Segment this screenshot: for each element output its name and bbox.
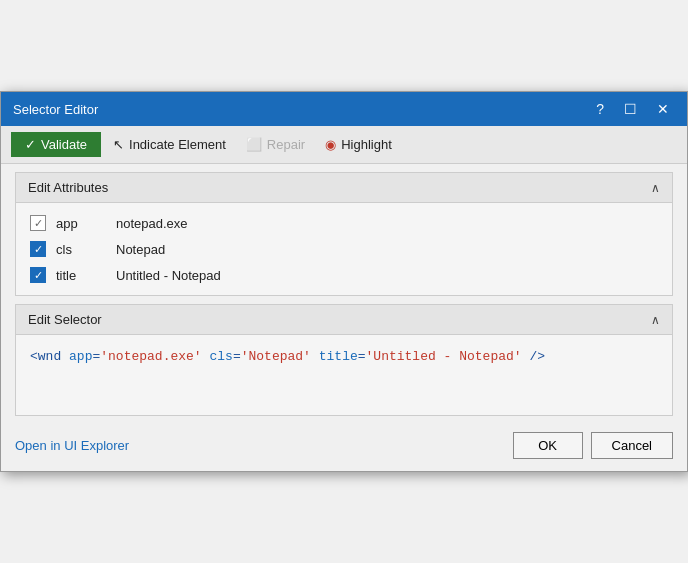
selector-editor-dialog: Selector Editor ? ☐ ✕ ✓ Validate ↖ Indic…: [0, 91, 688, 472]
attr-title-name: title: [56, 268, 106, 283]
dialog-title: Selector Editor: [13, 102, 98, 117]
collapse-selector-icon[interactable]: ∧: [651, 313, 660, 327]
attr-app-checkbox[interactable]: ✓: [30, 215, 46, 231]
title-bar-controls: ? ☐ ✕: [590, 100, 675, 118]
footer-buttons: OK Cancel: [513, 432, 673, 459]
help-button[interactable]: ?: [590, 100, 610, 118]
maximize-button[interactable]: ☐: [618, 100, 643, 118]
indicate-label: Indicate Element: [129, 137, 226, 152]
edit-selector-title: Edit Selector: [28, 312, 102, 327]
edit-attributes-header: Edit Attributes ∧: [16, 173, 672, 203]
checkmark-light-icon: ✓: [34, 218, 43, 229]
highlight-button[interactable]: ◉ Highlight: [317, 133, 400, 156]
attributes-table: ✓ app notepad.exe ✓ cls Notepad ✓: [16, 203, 672, 295]
selector-code-display[interactable]: <wnd app='notepad.exe' cls='Notepad' tit…: [30, 349, 658, 364]
attr-title-checkbox[interactable]: ✓: [30, 267, 46, 283]
checkmark-dark-icon2: ✓: [34, 270, 43, 281]
selector-content-area: <wnd app='notepad.exe' cls='Notepad' tit…: [16, 335, 672, 415]
attr-title-value: Untitled - Notepad: [116, 268, 221, 283]
table-row: ✓ app notepad.exe: [30, 213, 658, 233]
checkmark-dark-icon: ✓: [34, 244, 43, 255]
edit-selector-header: Edit Selector ∧: [16, 305, 672, 335]
highlight-label: Highlight: [341, 137, 392, 152]
repair-icon: ⬜: [246, 137, 262, 152]
edit-attributes-section: Edit Attributes ∧ ✓ app notepad.exe ✓: [15, 172, 673, 296]
attr-cls-checkbox[interactable]: ✓: [30, 241, 46, 257]
edit-attributes-title: Edit Attributes: [28, 180, 108, 195]
attr-cls-value: Notepad: [116, 242, 165, 257]
repair-label: Repair: [267, 137, 305, 152]
validate-button[interactable]: ✓ Validate: [11, 132, 101, 157]
table-row: ✓ title Untitled - Notepad: [30, 265, 658, 285]
ok-button[interactable]: OK: [513, 432, 583, 459]
open-ui-explorer-link[interactable]: Open in UI Explorer: [15, 438, 129, 453]
attr-app-name: app: [56, 216, 106, 231]
attr-cls-name: cls: [56, 242, 106, 257]
close-button[interactable]: ✕: [651, 100, 675, 118]
indicate-element-button[interactable]: ↖ Indicate Element: [105, 133, 234, 156]
checkmark-icon: ✓: [25, 137, 36, 152]
repair-button[interactable]: ⬜ Repair: [238, 133, 313, 156]
toolbar: ✓ Validate ↖ Indicate Element ⬜ Repair ◉…: [1, 126, 687, 164]
validate-label: Validate: [41, 137, 87, 152]
collapse-attributes-icon[interactable]: ∧: [651, 181, 660, 195]
cursor-icon: ↖: [113, 137, 124, 152]
title-bar: Selector Editor ? ☐ ✕: [1, 92, 687, 126]
edit-selector-section: Edit Selector ∧ <wnd app='notepad.exe' c…: [15, 304, 673, 416]
table-row: ✓ cls Notepad: [30, 239, 658, 259]
attr-app-value: notepad.exe: [116, 216, 188, 231]
content-area: Edit Attributes ∧ ✓ app notepad.exe ✓: [1, 164, 687, 424]
cancel-button[interactable]: Cancel: [591, 432, 673, 459]
footer: Open in UI Explorer OK Cancel: [1, 424, 687, 471]
highlight-icon: ◉: [325, 137, 336, 152]
